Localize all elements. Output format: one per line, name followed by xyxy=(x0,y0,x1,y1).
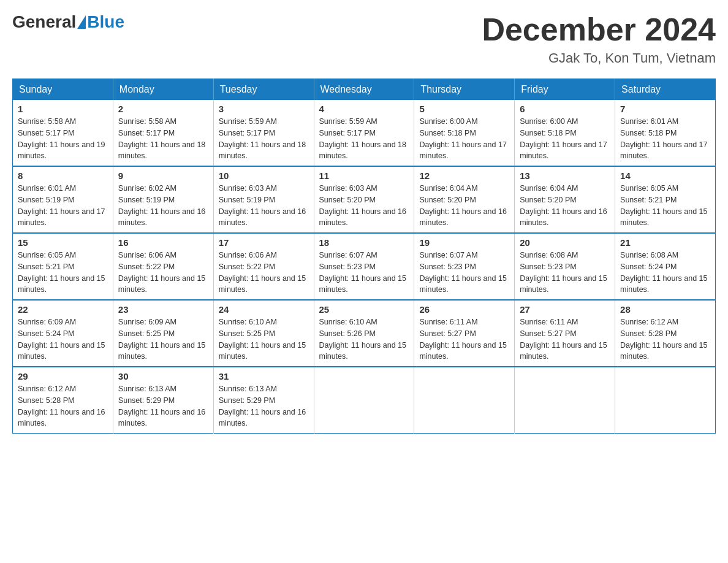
weekday-header-sunday: Sunday xyxy=(13,79,113,101)
day-number: 18 xyxy=(319,237,409,248)
calendar-table: SundayMondayTuesdayWednesdayThursdayFrid… xyxy=(12,79,716,434)
weekday-header-saturday: Saturday xyxy=(615,79,716,101)
title-area: December 2024 GJak To, Kon Tum, Vietnam xyxy=(482,12,716,66)
day-info: Sunrise: 6:12 AMSunset: 5:28 PMDaylight:… xyxy=(18,383,108,429)
calendar-cell: 18Sunrise: 6:07 AMSunset: 5:23 PMDayligh… xyxy=(314,233,414,300)
day-number: 11 xyxy=(319,170,409,181)
calendar-cell: 5Sunrise: 6:00 AMSunset: 5:18 PMDaylight… xyxy=(414,100,515,166)
calendar-cell: 31Sunrise: 6:13 AMSunset: 5:29 PMDayligh… xyxy=(213,367,314,434)
day-info: Sunrise: 6:00 AMSunset: 5:18 PMDaylight:… xyxy=(419,116,509,162)
day-info: Sunrise: 6:09 AMSunset: 5:25 PMDaylight:… xyxy=(118,316,208,362)
calendar-cell: 16Sunrise: 6:06 AMSunset: 5:22 PMDayligh… xyxy=(113,233,213,300)
day-info: Sunrise: 6:11 AMSunset: 5:27 PMDaylight:… xyxy=(520,316,610,362)
calendar-cell: 13Sunrise: 6:04 AMSunset: 5:20 PMDayligh… xyxy=(515,166,615,233)
day-info: Sunrise: 6:05 AMSunset: 5:21 PMDaylight:… xyxy=(18,250,108,296)
day-number: 29 xyxy=(18,371,108,381)
calendar-cell xyxy=(314,367,414,434)
month-title: December 2024 xyxy=(482,12,716,47)
day-info: Sunrise: 5:59 AMSunset: 5:17 PMDaylight:… xyxy=(219,116,309,162)
calendar-cell: 27Sunrise: 6:11 AMSunset: 5:27 PMDayligh… xyxy=(515,300,615,367)
logo: General Blue xyxy=(12,12,124,32)
calendar-cell: 12Sunrise: 6:04 AMSunset: 5:20 PMDayligh… xyxy=(414,166,515,233)
logo-triangle-icon xyxy=(77,15,86,29)
day-info: Sunrise: 6:01 AMSunset: 5:19 PMDaylight:… xyxy=(18,183,108,229)
day-number: 23 xyxy=(118,304,208,315)
day-number: 17 xyxy=(219,237,309,248)
calendar-cell: 19Sunrise: 6:07 AMSunset: 5:23 PMDayligh… xyxy=(414,233,515,300)
calendar-cell: 30Sunrise: 6:13 AMSunset: 5:29 PMDayligh… xyxy=(113,367,213,434)
day-info: Sunrise: 5:59 AMSunset: 5:17 PMDaylight:… xyxy=(319,116,409,162)
day-info: Sunrise: 6:08 AMSunset: 5:23 PMDaylight:… xyxy=(520,250,610,296)
day-info: Sunrise: 6:04 AMSunset: 5:20 PMDaylight:… xyxy=(419,183,509,229)
day-number: 30 xyxy=(118,371,208,381)
calendar-cell: 14Sunrise: 6:05 AMSunset: 5:21 PMDayligh… xyxy=(615,166,716,233)
day-number: 26 xyxy=(419,304,509,315)
day-info: Sunrise: 6:00 AMSunset: 5:18 PMDaylight:… xyxy=(520,116,610,162)
day-info: Sunrise: 6:10 AMSunset: 5:26 PMDaylight:… xyxy=(319,316,409,362)
day-number: 31 xyxy=(219,371,309,381)
header: General Blue December 2024 GJak To, Kon … xyxy=(12,12,716,66)
day-info: Sunrise: 5:58 AMSunset: 5:17 PMDaylight:… xyxy=(18,116,108,162)
day-number: 12 xyxy=(419,170,509,181)
day-info: Sunrise: 6:01 AMSunset: 5:18 PMDaylight:… xyxy=(620,116,710,162)
calendar-cell: 4Sunrise: 5:59 AMSunset: 5:17 PMDaylight… xyxy=(314,100,414,166)
day-info: Sunrise: 6:06 AMSunset: 5:22 PMDaylight:… xyxy=(219,250,309,296)
week-row-1: 1Sunrise: 5:58 AMSunset: 5:17 PMDaylight… xyxy=(13,100,716,166)
calendar-cell: 6Sunrise: 6:00 AMSunset: 5:18 PMDaylight… xyxy=(515,100,615,166)
calendar-cell xyxy=(414,367,515,434)
day-number: 16 xyxy=(118,237,208,248)
calendar-cell: 21Sunrise: 6:08 AMSunset: 5:24 PMDayligh… xyxy=(615,233,716,300)
day-number: 21 xyxy=(620,237,710,248)
day-number: 9 xyxy=(118,170,208,181)
day-info: Sunrise: 6:11 AMSunset: 5:27 PMDaylight:… xyxy=(419,316,509,362)
day-info: Sunrise: 6:05 AMSunset: 5:21 PMDaylight:… xyxy=(620,183,710,229)
day-number: 14 xyxy=(620,170,710,181)
day-number: 5 xyxy=(419,104,509,114)
calendar-cell: 10Sunrise: 6:03 AMSunset: 5:19 PMDayligh… xyxy=(213,166,314,233)
weekday-header-tuesday: Tuesday xyxy=(213,79,314,101)
weekday-header-monday: Monday xyxy=(113,79,213,101)
day-number: 7 xyxy=(620,104,710,114)
day-info: Sunrise: 6:12 AMSunset: 5:28 PMDaylight:… xyxy=(620,316,710,362)
day-info: Sunrise: 6:03 AMSunset: 5:20 PMDaylight:… xyxy=(319,183,409,229)
day-info: Sunrise: 6:09 AMSunset: 5:24 PMDaylight:… xyxy=(18,316,108,362)
day-number: 20 xyxy=(520,237,610,248)
day-number: 28 xyxy=(620,304,710,315)
day-info: Sunrise: 5:58 AMSunset: 5:17 PMDaylight:… xyxy=(118,116,208,162)
weekday-header-row: SundayMondayTuesdayWednesdayThursdayFrid… xyxy=(13,79,716,101)
day-number: 1 xyxy=(18,104,108,114)
week-row-3: 15Sunrise: 6:05 AMSunset: 5:21 PMDayligh… xyxy=(13,233,716,300)
location-title: GJak To, Kon Tum, Vietnam xyxy=(482,50,716,66)
day-number: 4 xyxy=(319,104,409,114)
day-number: 2 xyxy=(118,104,208,114)
day-number: 6 xyxy=(520,104,610,114)
logo-general-text: General xyxy=(12,12,76,32)
calendar-cell: 28Sunrise: 6:12 AMSunset: 5:28 PMDayligh… xyxy=(615,300,716,367)
calendar-cell xyxy=(615,367,716,434)
weekday-header-friday: Friday xyxy=(515,79,615,101)
weekday-header-wednesday: Wednesday xyxy=(314,79,414,101)
calendar-cell: 23Sunrise: 6:09 AMSunset: 5:25 PMDayligh… xyxy=(113,300,213,367)
calendar-cell: 1Sunrise: 5:58 AMSunset: 5:17 PMDaylight… xyxy=(13,100,113,166)
weekday-header-thursday: Thursday xyxy=(414,79,515,101)
week-row-5: 29Sunrise: 6:12 AMSunset: 5:28 PMDayligh… xyxy=(13,367,716,434)
day-number: 13 xyxy=(520,170,610,181)
day-info: Sunrise: 6:02 AMSunset: 5:19 PMDaylight:… xyxy=(118,183,208,229)
day-number: 24 xyxy=(219,304,309,315)
day-info: Sunrise: 6:08 AMSunset: 5:24 PMDaylight:… xyxy=(620,250,710,296)
day-number: 10 xyxy=(219,170,309,181)
logo-blue-text: Blue xyxy=(87,12,124,32)
day-number: 15 xyxy=(18,237,108,248)
week-row-4: 22Sunrise: 6:09 AMSunset: 5:24 PMDayligh… xyxy=(13,300,716,367)
calendar-cell: 17Sunrise: 6:06 AMSunset: 5:22 PMDayligh… xyxy=(213,233,314,300)
calendar-cell: 11Sunrise: 6:03 AMSunset: 5:20 PMDayligh… xyxy=(314,166,414,233)
calendar-cell: 22Sunrise: 6:09 AMSunset: 5:24 PMDayligh… xyxy=(13,300,113,367)
day-number: 25 xyxy=(319,304,409,315)
day-number: 27 xyxy=(520,304,610,315)
calendar-cell: 8Sunrise: 6:01 AMSunset: 5:19 PMDaylight… xyxy=(13,166,113,233)
calendar-cell: 29Sunrise: 6:12 AMSunset: 5:28 PMDayligh… xyxy=(13,367,113,434)
calendar-cell xyxy=(515,367,615,434)
day-info: Sunrise: 6:06 AMSunset: 5:22 PMDaylight:… xyxy=(118,250,208,296)
calendar-cell: 2Sunrise: 5:58 AMSunset: 5:17 PMDaylight… xyxy=(113,100,213,166)
day-info: Sunrise: 6:13 AMSunset: 5:29 PMDaylight:… xyxy=(219,383,309,429)
